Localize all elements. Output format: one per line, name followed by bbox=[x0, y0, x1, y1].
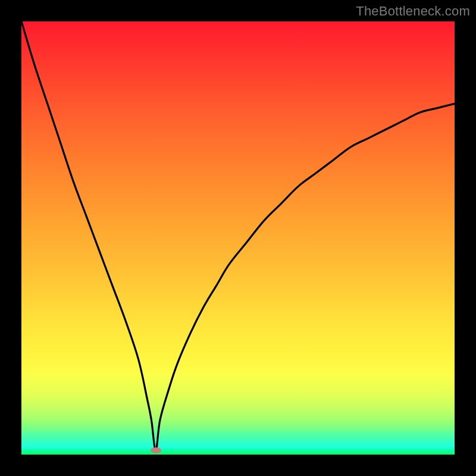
bottleneck-marker bbox=[151, 447, 161, 453]
chart-frame: TheBottleneck.com bbox=[0, 0, 476, 476]
plot-area bbox=[21, 21, 455, 455]
watermark-text: TheBottleneck.com bbox=[356, 4, 470, 19]
bottleneck-curve bbox=[21, 21, 455, 455]
